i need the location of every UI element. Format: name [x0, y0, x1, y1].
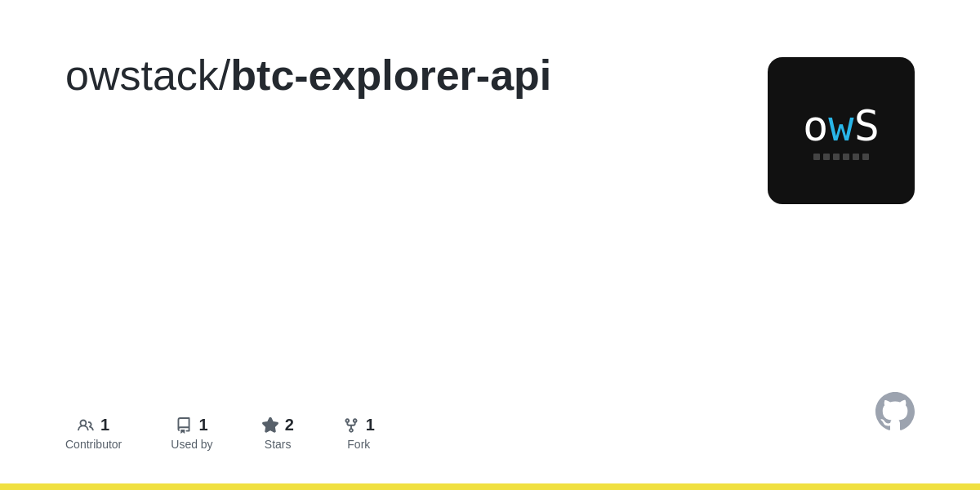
stars-label: Stars: [265, 438, 292, 451]
stat-used-by-top: 1: [176, 416, 207, 434]
used-by-count: 1: [198, 416, 207, 434]
repo-logo: owS: [768, 57, 915, 204]
logo-dot-2: [823, 154, 830, 160]
fork-count: 1: [366, 416, 375, 434]
repo-owner: owstack/: [65, 51, 230, 99]
star-icon: [262, 416, 278, 434]
stat-stars[interactable]: 2 Stars: [262, 416, 294, 451]
logo-dot-4: [843, 154, 849, 160]
main-content: owstack/btc-explorer-api owS: [0, 0, 980, 483]
repo-name: btc-explorer-api: [230, 51, 551, 99]
logo-dot-1: [813, 154, 820, 160]
logo-letter-o: o: [803, 101, 828, 150]
github-icon-container: [875, 392, 915, 434]
logo-letter-w: w: [828, 101, 853, 150]
logo-dots: [813, 154, 869, 160]
stat-fork[interactable]: 1 Fork: [343, 416, 375, 451]
stat-contributor-top: 1: [78, 416, 109, 434]
stat-stars-top: 2: [262, 416, 294, 434]
stats-row: 1 Contributor 1 Used by: [65, 416, 915, 451]
stat-contributor[interactable]: 1 Contributor: [65, 416, 122, 451]
logo-letter-s: S: [854, 101, 880, 150]
stars-count: 2: [285, 416, 294, 434]
stat-fork-top: 1: [343, 416, 375, 434]
bottom-bar: [0, 483, 980, 490]
logo-dot-5: [853, 154, 859, 160]
header-area: owstack/btc-explorer-api owS: [65, 49, 915, 204]
used-by-icon: [176, 416, 192, 434]
contributor-count: 1: [100, 416, 109, 434]
logo-text: owS: [803, 101, 880, 150]
logo-inner: owS: [803, 101, 880, 160]
github-icon: [875, 392, 915, 431]
logo-dot-6: [862, 154, 869, 160]
contributor-icon: [78, 416, 94, 434]
used-by-label: Used by: [171, 438, 212, 451]
logo-dot-3: [833, 154, 840, 160]
fork-icon: [343, 416, 359, 434]
contributor-label: Contributor: [65, 438, 122, 451]
repo-title: owstack/btc-explorer-api: [65, 49, 551, 102]
fork-label: Fork: [347, 438, 370, 451]
stat-used-by[interactable]: 1 Used by: [171, 416, 212, 451]
